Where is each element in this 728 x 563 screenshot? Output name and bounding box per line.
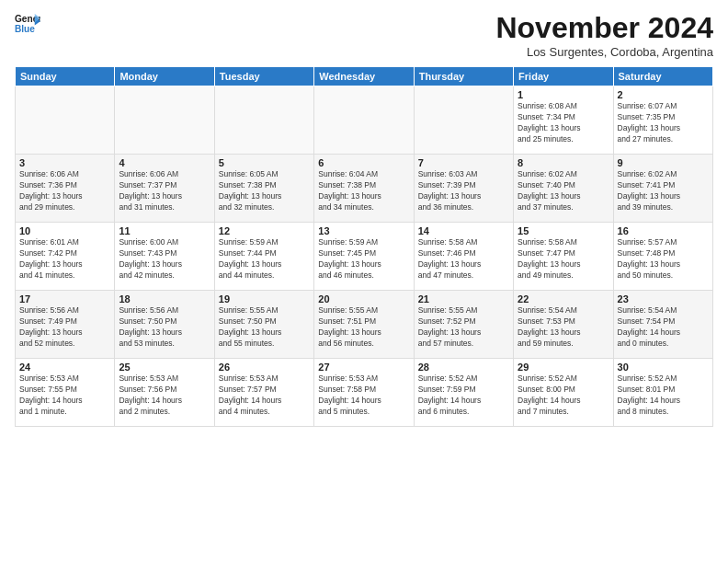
day-info: Sunrise: 5:59 AMSunset: 7:45 PMDaylight:…	[318, 237, 409, 282]
day-number: 17	[19, 293, 110, 304]
calendar-cell: 14Sunrise: 5:58 AMSunset: 7:46 PMDayligh…	[414, 223, 513, 291]
calendar-cell: 10Sunrise: 6:01 AMSunset: 7:42 PMDayligh…	[16, 223, 115, 291]
day-number: 2	[618, 89, 709, 100]
calendar-page: General Blue November 2024 Los Surgentes…	[0, 0, 728, 563]
day-number: 22	[518, 293, 609, 304]
weekday-header-sunday: Sunday	[16, 67, 115, 86]
day-number: 21	[418, 293, 509, 304]
calendar-table: SundayMondayTuesdayWednesdayThursdayFrid…	[15, 66, 713, 427]
day-info: Sunrise: 6:03 AMSunset: 7:39 PMDaylight:…	[418, 169, 509, 213]
day-number: 13	[318, 225, 409, 236]
day-number: 29	[518, 362, 609, 373]
day-number: 15	[518, 225, 609, 236]
day-number: 20	[318, 293, 409, 304]
day-number: 23	[618, 293, 709, 304]
calendar-cell: 9Sunrise: 6:02 AMSunset: 7:41 PMDaylight…	[613, 155, 712, 223]
calendar-cell: 3Sunrise: 6:06 AMSunset: 7:36 PMDaylight…	[16, 155, 115, 223]
weekday-header-monday: Monday	[115, 67, 214, 86]
day-number: 5	[219, 157, 310, 168]
location: Los Surgentes, Cordoba, Argentina	[495, 45, 713, 59]
day-number: 11	[119, 225, 210, 236]
day-info: Sunrise: 6:04 AMSunset: 7:38 PMDaylight:…	[318, 169, 409, 213]
week-row-2: 10Sunrise: 6:01 AMSunset: 7:42 PMDayligh…	[16, 223, 713, 291]
day-number: 6	[318, 157, 409, 168]
day-number: 30	[618, 362, 709, 373]
day-info: Sunrise: 5:55 AMSunset: 7:50 PMDaylight:…	[219, 305, 310, 350]
day-info: Sunrise: 5:58 AMSunset: 7:47 PMDaylight:…	[518, 237, 609, 282]
calendar-cell: 23Sunrise: 5:54 AMSunset: 7:54 PMDayligh…	[613, 291, 712, 359]
day-number: 25	[119, 362, 210, 373]
header: General Blue November 2024 Los Surgentes…	[15, 11, 713, 59]
day-info: Sunrise: 5:54 AMSunset: 7:54 PMDaylight:…	[618, 305, 709, 350]
day-number: 3	[19, 157, 110, 168]
calendar-cell: 22Sunrise: 5:54 AMSunset: 7:53 PMDayligh…	[514, 291, 613, 359]
calendar-cell: 2Sunrise: 6:07 AMSunset: 7:35 PMDaylight…	[613, 86, 712, 155]
day-info: Sunrise: 5:52 AMSunset: 7:59 PMDaylight:…	[418, 373, 509, 418]
svg-text:Blue: Blue	[15, 24, 35, 34]
logo: General Blue	[15, 11, 40, 37]
week-row-0: 1Sunrise: 6:08 AMSunset: 7:34 PMDaylight…	[16, 86, 713, 155]
day-info: Sunrise: 6:00 AMSunset: 7:43 PMDaylight:…	[119, 237, 210, 282]
weekday-header-thursday: Thursday	[414, 67, 513, 86]
month-title: November 2024	[495, 11, 713, 45]
day-info: Sunrise: 6:06 AMSunset: 7:36 PMDaylight:…	[19, 169, 110, 213]
day-info: Sunrise: 5:56 AMSunset: 7:50 PMDaylight:…	[119, 305, 210, 350]
calendar-cell: 26Sunrise: 5:53 AMSunset: 7:57 PMDayligh…	[214, 359, 313, 427]
day-info: Sunrise: 6:08 AMSunset: 7:34 PMDaylight:…	[518, 101, 609, 145]
day-number: 24	[19, 362, 110, 373]
day-info: Sunrise: 5:52 AMSunset: 8:01 PMDaylight:…	[618, 373, 709, 418]
calendar-cell: 20Sunrise: 5:55 AMSunset: 7:51 PMDayligh…	[314, 291, 414, 359]
title-block: November 2024 Los Surgentes, Cordoba, Ar…	[495, 11, 713, 59]
day-info: Sunrise: 5:56 AMSunset: 7:49 PMDaylight:…	[19, 305, 110, 350]
day-number: 10	[19, 225, 110, 236]
calendar-cell: 13Sunrise: 5:59 AMSunset: 7:45 PMDayligh…	[314, 223, 414, 291]
week-row-1: 3Sunrise: 6:06 AMSunset: 7:36 PMDaylight…	[16, 155, 713, 223]
day-info: Sunrise: 5:58 AMSunset: 7:46 PMDaylight:…	[418, 237, 509, 282]
calendar-cell: 11Sunrise: 6:00 AMSunset: 7:43 PMDayligh…	[115, 223, 214, 291]
calendar-cell: 8Sunrise: 6:02 AMSunset: 7:40 PMDaylight…	[514, 155, 613, 223]
calendar-cell: 7Sunrise: 6:03 AMSunset: 7:39 PMDaylight…	[414, 155, 513, 223]
day-info: Sunrise: 5:57 AMSunset: 7:48 PMDaylight:…	[618, 237, 709, 282]
day-info: Sunrise: 5:53 AMSunset: 7:56 PMDaylight:…	[119, 373, 210, 418]
calendar-cell: 6Sunrise: 6:04 AMSunset: 7:38 PMDaylight…	[314, 155, 414, 223]
day-info: Sunrise: 6:02 AMSunset: 7:40 PMDaylight:…	[518, 169, 609, 213]
calendar-cell: 30Sunrise: 5:52 AMSunset: 8:01 PMDayligh…	[613, 359, 712, 427]
day-number: 8	[518, 157, 609, 168]
calendar-cell	[314, 86, 414, 155]
day-number: 7	[418, 157, 509, 168]
calendar-cell: 17Sunrise: 5:56 AMSunset: 7:49 PMDayligh…	[16, 291, 115, 359]
calendar-cell: 5Sunrise: 6:05 AMSunset: 7:38 PMDaylight…	[214, 155, 313, 223]
day-info: Sunrise: 5:55 AMSunset: 7:52 PMDaylight:…	[418, 305, 509, 350]
calendar-cell: 12Sunrise: 5:59 AMSunset: 7:44 PMDayligh…	[214, 223, 313, 291]
calendar-cell: 15Sunrise: 5:58 AMSunset: 7:47 PMDayligh…	[514, 223, 613, 291]
weekday-header-row: SundayMondayTuesdayWednesdayThursdayFrid…	[16, 67, 713, 86]
day-info: Sunrise: 5:54 AMSunset: 7:53 PMDaylight:…	[518, 305, 609, 350]
calendar-cell: 16Sunrise: 5:57 AMSunset: 7:48 PMDayligh…	[613, 223, 712, 291]
day-number: 26	[219, 362, 310, 373]
day-info: Sunrise: 5:59 AMSunset: 7:44 PMDaylight:…	[219, 237, 310, 282]
day-info: Sunrise: 6:02 AMSunset: 7:41 PMDaylight:…	[618, 169, 709, 213]
calendar-cell: 19Sunrise: 5:55 AMSunset: 7:50 PMDayligh…	[214, 291, 313, 359]
calendar-cell: 24Sunrise: 5:53 AMSunset: 7:55 PMDayligh…	[16, 359, 115, 427]
day-number: 16	[618, 225, 709, 236]
day-number: 4	[119, 157, 210, 168]
day-info: Sunrise: 6:07 AMSunset: 7:35 PMDaylight:…	[618, 101, 709, 145]
weekday-header-saturday: Saturday	[613, 67, 712, 86]
day-info: Sunrise: 5:55 AMSunset: 7:51 PMDaylight:…	[318, 305, 409, 350]
calendar-cell: 21Sunrise: 5:55 AMSunset: 7:52 PMDayligh…	[414, 291, 513, 359]
day-number: 18	[119, 293, 210, 304]
calendar-cell: 29Sunrise: 5:52 AMSunset: 8:00 PMDayligh…	[514, 359, 613, 427]
day-number: 9	[618, 157, 709, 168]
week-row-3: 17Sunrise: 5:56 AMSunset: 7:49 PMDayligh…	[16, 291, 713, 359]
week-row-4: 24Sunrise: 5:53 AMSunset: 7:55 PMDayligh…	[16, 359, 713, 427]
calendar-cell	[214, 86, 313, 155]
day-number: 1	[518, 89, 609, 100]
calendar-cell: 18Sunrise: 5:56 AMSunset: 7:50 PMDayligh…	[115, 291, 214, 359]
day-number: 28	[418, 362, 509, 373]
calendar-cell: 28Sunrise: 5:52 AMSunset: 7:59 PMDayligh…	[414, 359, 513, 427]
calendar-cell: 25Sunrise: 5:53 AMSunset: 7:56 PMDayligh…	[115, 359, 214, 427]
day-info: Sunrise: 6:01 AMSunset: 7:42 PMDaylight:…	[19, 237, 110, 282]
weekday-header-wednesday: Wednesday	[314, 67, 414, 86]
day-number: 19	[219, 293, 310, 304]
logo-icon: General Blue	[15, 11, 40, 37]
